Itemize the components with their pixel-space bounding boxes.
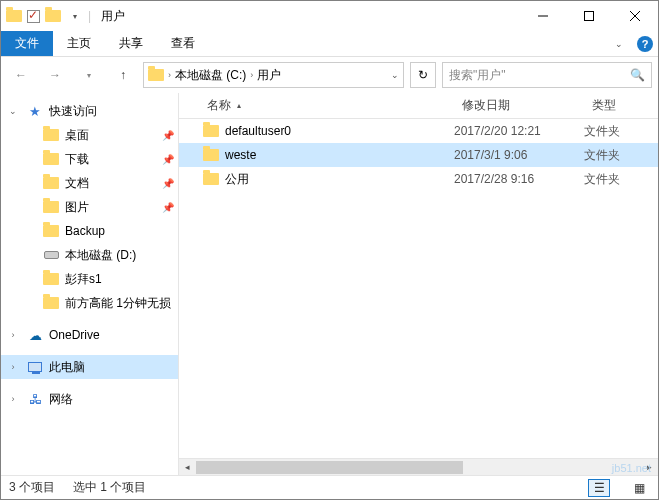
folder-icon [43,127,59,143]
main: ⌄ ★ 快速访问 桌面📌下载📌文档📌图片📌Backup本地磁盘 (D:)彭拜s1… [1,93,658,475]
folder-icon [203,125,219,137]
maximize-button[interactable] [566,1,612,31]
address-bar[interactable]: › 本地磁盘 (C:) › 用户 ⌄ [143,62,404,88]
file-name: defaultuser0 [225,124,291,138]
folder-icon [43,199,59,215]
recent-dropdown[interactable]: ▾ [75,61,103,89]
chevron-down-icon[interactable]: ⌄ [5,106,21,116]
tab-file[interactable]: 文件 [1,31,53,56]
column-name[interactable]: 名称 ▴ [179,97,454,114]
scroll-right-button[interactable]: ▸ [641,459,658,476]
scroll-left-button[interactable]: ◂ [179,459,196,476]
breadcrumb-segment[interactable]: 用户 [257,67,281,84]
qat-checkbox-icon[interactable]: ✓ [27,10,40,23]
folder-icon [43,151,59,167]
chevron-right-icon[interactable]: › [5,394,21,404]
sidebar-item[interactable]: 前方高能 1分钟无损 [1,291,178,315]
pin-icon: 📌 [162,130,174,141]
file-list: 名称 ▴ 修改日期 类型 defaultuser02017/2/20 12:21… [179,93,658,475]
chevron-right-icon[interactable]: › [250,70,253,80]
minimize-button[interactable] [520,1,566,31]
cloud-icon: ☁ [27,327,43,343]
file-date: 2017/3/1 9:06 [454,148,584,162]
address-row: ← → ▾ ↑ › 本地磁盘 (C:) › 用户 ⌄ ↻ 搜索"用户" 🔍 [1,57,658,93]
search-placeholder: 搜索"用户" [449,67,630,84]
qat-dropdown-icon[interactable]: ▾ [66,7,84,25]
navigation-pane: ⌄ ★ 快速访问 桌面📌下载📌文档📌图片📌Backup本地磁盘 (D:)彭拜s1… [1,93,179,475]
quick-access-toolbar: ✓ ▾ | [1,7,95,25]
back-button[interactable]: ← [7,61,35,89]
file-date: 2017/2/28 9:16 [454,172,584,186]
quick-access-icon: ★ [27,103,43,119]
table-row[interactable]: 公用2017/2/28 9:16文件夹 [179,167,658,191]
tab-view[interactable]: 查看 [157,31,209,56]
ribbon: 文件 主页 共享 查看 ⌄ ? [1,31,658,57]
sort-ascending-icon: ▴ [237,101,241,110]
folder-icon [43,295,59,311]
view-icons-button[interactable]: ▦ [628,479,650,497]
sidebar-item[interactable]: 文档📌 [1,171,178,195]
sidebar-item-this-pc[interactable]: › 此电脑 [1,355,178,379]
column-headers: 名称 ▴ 修改日期 类型 [179,93,658,119]
search-input[interactable]: 搜索"用户" 🔍 [442,62,652,88]
close-button[interactable] [612,1,658,31]
sidebar-item[interactable]: 本地磁盘 (D:) [1,243,178,267]
folder-icon [43,175,59,191]
svg-rect-1 [585,12,594,21]
sidebar-item-quick-access[interactable]: ⌄ ★ 快速访问 [1,99,178,123]
scroll-track[interactable] [196,459,641,476]
pc-icon [27,359,43,375]
file-rows: defaultuser02017/2/20 12:21文件夹weste2017/… [179,119,658,458]
forward-button[interactable]: → [41,61,69,89]
sidebar-item[interactable]: 彭拜s1 [1,267,178,291]
up-button[interactable]: ↑ [109,61,137,89]
drive-icon [43,247,59,263]
chevron-right-icon[interactable]: › [5,362,21,372]
titlebar: ✓ ▾ | 用户 [1,1,658,31]
ribbon-expand-button[interactable]: ⌄ [606,31,632,56]
file-type: 文件夹 [584,171,658,188]
folder-icon [5,7,23,25]
window-title: 用户 [95,8,520,25]
status-selected: 选中 1 个项目 [73,479,146,496]
chevron-right-icon[interactable]: › [168,70,171,80]
folder-icon [203,149,219,161]
tab-home[interactable]: 主页 [53,31,105,56]
file-name: weste [225,148,256,162]
status-bar: 3 个项目 选中 1 个项目 ☰ ▦ [1,475,658,499]
folder-icon [43,271,59,287]
table-row[interactable]: weste2017/3/1 9:06文件夹 [179,143,658,167]
tab-share[interactable]: 共享 [105,31,157,56]
file-type: 文件夹 [584,147,658,164]
folder-icon [203,173,219,185]
chevron-right-icon[interactable]: › [5,330,21,340]
window-controls [520,1,658,31]
sidebar-item[interactable]: Backup [1,219,178,243]
pin-icon: 📌 [162,154,174,165]
column-type[interactable]: 类型 [584,97,658,114]
horizontal-scrollbar[interactable]: ◂ ▸ [179,458,658,475]
search-icon: 🔍 [630,68,645,82]
sidebar-item-onedrive[interactable]: › ☁ OneDrive [1,323,178,347]
sidebar-item-network[interactable]: › 🖧 网络 [1,387,178,411]
refresh-button[interactable]: ↻ [410,62,436,88]
folder-icon [44,7,62,25]
file-name: 公用 [225,171,249,188]
sidebar-item[interactable]: 下载📌 [1,147,178,171]
pin-icon: 📌 [162,178,174,189]
view-details-button[interactable]: ☰ [588,479,610,497]
file-type: 文件夹 [584,123,658,140]
network-icon: 🖧 [27,391,43,407]
file-date: 2017/2/20 12:21 [454,124,584,138]
status-total: 3 个项目 [9,479,55,496]
sidebar-item[interactable]: 桌面📌 [1,123,178,147]
scroll-thumb[interactable] [196,461,463,474]
folder-icon [43,223,59,239]
address-dropdown-icon[interactable]: ⌄ [391,70,399,80]
sidebar-item[interactable]: 图片📌 [1,195,178,219]
column-date[interactable]: 修改日期 [454,97,584,114]
table-row[interactable]: defaultuser02017/2/20 12:21文件夹 [179,119,658,143]
breadcrumb-segment[interactable]: 本地磁盘 (C:) [175,67,246,84]
help-button[interactable]: ? [632,31,658,56]
folder-icon [148,69,164,81]
